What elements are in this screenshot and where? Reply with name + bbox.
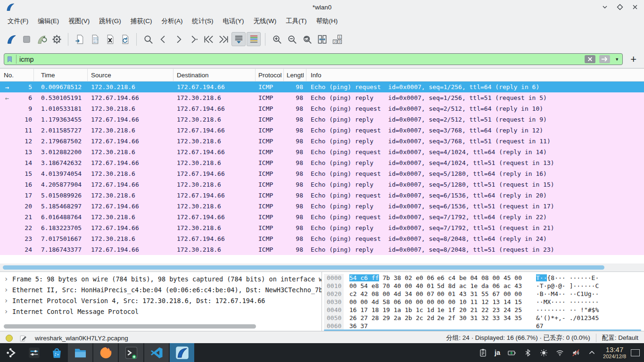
zoom-reset-button[interactable] xyxy=(300,32,314,46)
minimize-icon[interactable] xyxy=(602,4,608,10)
filter-bookmark-icon[interactable] xyxy=(6,55,13,64)
packet-row[interactable]: 112.011585727172.30.218.6172.67.194.66IC… xyxy=(0,125,644,136)
go-back-button[interactable] xyxy=(156,32,170,46)
task-firefox[interactable] xyxy=(93,343,118,362)
packet-row[interactable]: 154.013974054172.30.218.6172.67.194.66IC… xyxy=(0,168,644,179)
packet-row[interactable]: 226.183223705172.67.194.66172.30.218.6IC… xyxy=(0,222,644,233)
battery-icon[interactable] xyxy=(507,348,516,357)
menu-go[interactable]: 跳转(G) xyxy=(94,16,126,27)
restart-capture-button[interactable] xyxy=(34,32,49,46)
hex-row[interactable]: 0020c2 42 08 00 4d 34 00 0700 01 43 31 5… xyxy=(324,290,644,298)
packet-row[interactable]: 122.179687502172.67.194.66172.30.218.6IC… xyxy=(0,136,644,147)
expand-chevron-icon[interactable]: › xyxy=(0,286,12,294)
maximize-icon[interactable] xyxy=(617,4,623,10)
menu-help[interactable]: 帮助(H) xyxy=(311,16,342,27)
open-file-button[interactable] xyxy=(73,32,87,46)
packet-bytes-pane[interactable]: 000054 c6 ff 7b 38 02 e0 06e6 c4 be 04 0… xyxy=(322,272,644,331)
menu-statistics[interactable]: 统计(S) xyxy=(188,16,218,27)
stop-capture-button[interactable] xyxy=(19,32,33,46)
hex-row[interactable]: 003000 00 4d 58 06 00 00 0000 00 10 11 1… xyxy=(324,298,644,306)
hscrollbar-handle[interactable] xyxy=(3,265,604,270)
packet-list-hscrollbar[interactable] xyxy=(0,263,644,272)
expand-chevron-icon[interactable]: › xyxy=(0,275,12,283)
colorize-button[interactable] xyxy=(247,32,261,46)
filter-value[interactable]: icmp xyxy=(19,56,581,63)
close-file-button[interactable] xyxy=(103,32,117,46)
details-hscrollbar[interactable] xyxy=(4,324,256,329)
packet-row[interactable]: 216.016488764172.30.218.6172.67.194.66IC… xyxy=(0,212,644,222)
packet-row[interactable]: 101.179363455172.67.194.66172.30.218.6IC… xyxy=(0,114,644,125)
packet-row[interactable]: 247.186743377172.67.194.66172.30.218.6IC… xyxy=(0,244,644,255)
hex-row[interactable]: 006036 3767 xyxy=(324,322,644,330)
find-packet-button[interactable] xyxy=(141,32,155,46)
chevron-up-icon[interactable] xyxy=(587,348,596,357)
clock[interactable]: 13:47 2024/12/8 xyxy=(603,346,626,359)
packet-detail-row[interactable]: ›Internet Protocol Version 4, Src: 172.3… xyxy=(0,295,322,306)
packet-row[interactable]: 164.205877904172.67.194.66172.30.218.6IC… xyxy=(0,179,644,190)
settings-icon[interactable] xyxy=(23,343,45,362)
packet-row[interactable]: 133.012882200172.30.218.6172.67.194.66IC… xyxy=(0,147,644,157)
profile-selector[interactable]: 配置: Default xyxy=(602,334,638,342)
hex-row[interactable]: 004016 17 18 19 1a 1b 1c 1d1e 1f 20 21 2… xyxy=(324,306,644,314)
titlebar[interactable]: *wlan0 xyxy=(0,0,644,14)
expand-chevron-icon[interactable]: › xyxy=(0,296,12,305)
menu-file[interactable]: 文件(F) xyxy=(3,16,33,27)
go-first-button[interactable] xyxy=(201,32,215,46)
layout-123-button[interactable]: 123 xyxy=(330,32,344,46)
filter-clear-icon[interactable] xyxy=(584,55,596,64)
hex-row[interactable]: 005026 27 28 29 2a 2b 2c 2d2e 2f 30 31 3… xyxy=(324,314,644,322)
column-header-protocol[interactable]: Protocol xyxy=(256,69,284,81)
bluetooth-icon[interactable] xyxy=(523,348,532,357)
menu-tools[interactable]: 工具(T) xyxy=(281,16,311,27)
hex-scrollbar[interactable] xyxy=(324,329,641,331)
go-last-button[interactable] xyxy=(216,32,231,46)
volume-muted-icon[interactable] xyxy=(571,348,580,357)
close-icon[interactable] xyxy=(632,4,638,10)
column-header-no[interactable]: No. xyxy=(0,69,34,81)
packet-row[interactable]: →50.009678512172.30.218.6172.67.194.66IC… xyxy=(0,82,644,92)
column-header-length[interactable]: Lengtl xyxy=(284,69,306,81)
brightness-icon[interactable] xyxy=(539,348,548,357)
filter-dropdown-chevron-icon[interactable]: ▼ xyxy=(613,57,620,62)
wifi-icon[interactable] xyxy=(555,348,564,357)
capture-options-button[interactable] xyxy=(50,32,64,46)
packet-details-pane[interactable]: ›Frame 5: 98 bytes on wire (784 bits), 9… xyxy=(0,272,322,331)
column-header-source[interactable]: Source xyxy=(88,69,173,81)
menu-edit[interactable]: 编辑(E) xyxy=(33,16,64,27)
filter-add-button[interactable]: + xyxy=(627,55,640,64)
expand-chevron-icon[interactable]: › xyxy=(0,307,12,316)
menu-view[interactable]: 视图(V) xyxy=(64,16,94,27)
show-desktop-button[interactable] xyxy=(631,349,640,356)
column-header-destination[interactable]: Destination xyxy=(173,69,256,81)
task-file-manager[interactable] xyxy=(68,343,92,362)
task-terminal[interactable] xyxy=(119,343,143,362)
reload-file-button[interactable] xyxy=(118,32,132,46)
task-vscode[interactable] xyxy=(144,343,169,362)
clipboard-icon[interactable] xyxy=(479,348,487,357)
display-filter-input[interactable]: icmp ▼ xyxy=(4,53,623,65)
menu-telephony[interactable]: 电话(Y) xyxy=(218,16,249,27)
column-header-time[interactable]: Time xyxy=(34,69,88,81)
packet-row[interactable]: 91.010533181172.30.218.6172.67.194.66ICM… xyxy=(0,103,644,114)
task-wireshark[interactable] xyxy=(170,343,194,362)
packet-row[interactable]: 175.015089926172.30.218.6172.67.194.66IC… xyxy=(0,190,644,201)
packet-row[interactable]: 205.185468297172.67.194.66172.30.218.6IC… xyxy=(0,201,644,212)
packet-row[interactable]: ←60.530105191172.67.194.66172.30.218.6IC… xyxy=(0,92,644,103)
menu-analyze[interactable]: 分析(A) xyxy=(157,16,188,27)
app-launcher-icon[interactable] xyxy=(0,343,23,362)
go-forward-button[interactable] xyxy=(171,32,185,46)
packet-detail-row[interactable]: ›Internet Control Message Protocol xyxy=(0,306,322,317)
save-file-button[interactable]: 010101100011 xyxy=(88,32,102,46)
hex-row[interactable]: 000054 c6 ff 7b 38 02 e0 06e6 c4 be 04 0… xyxy=(324,274,644,282)
start-capture-button[interactable] xyxy=(4,32,18,46)
packet-detail-row[interactable]: ›Ethernet II, Src: HonHaiPrecis_c4:be:04… xyxy=(0,284,322,295)
menu-wireless[interactable]: 无线(W) xyxy=(249,16,281,27)
packet-row[interactable]: 237.017501667172.30.218.6172.67.194.66IC… xyxy=(0,233,644,244)
input-method-indicator[interactable]: ja xyxy=(495,348,500,357)
go-to-packet-button[interactable] xyxy=(186,32,200,46)
hex-row[interactable]: 001000 54 e8 70 40 00 40 015d 8d ac 1e d… xyxy=(324,282,644,290)
discover-icon[interactable] xyxy=(45,343,68,362)
packet-row[interactable]: 143.186742632172.67.194.66172.30.218.6IC… xyxy=(0,157,644,168)
zoom-in-button[interactable] xyxy=(270,32,284,46)
packet-detail-row[interactable]: ›Frame 5: 98 bytes on wire (784 bits), 9… xyxy=(0,273,322,284)
